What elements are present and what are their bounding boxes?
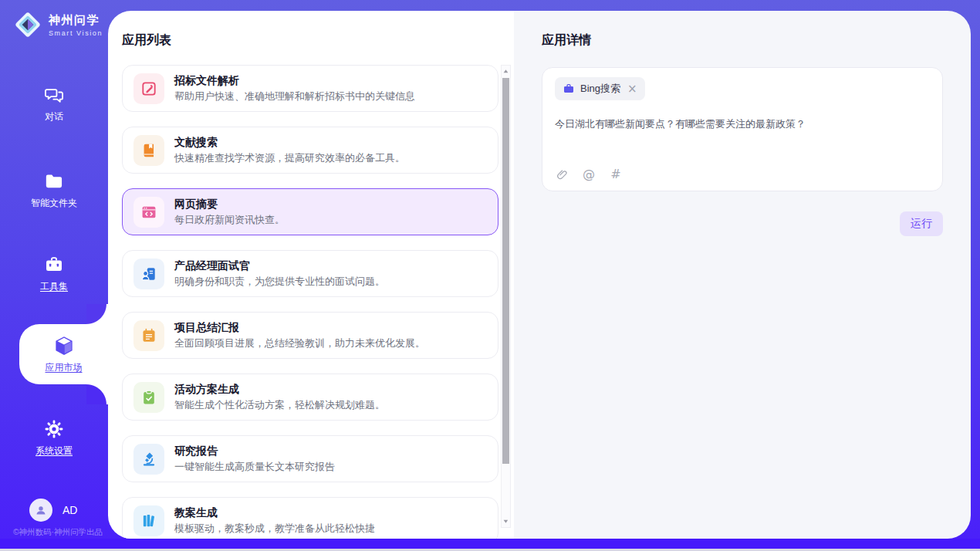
app-card-description: 快速精准查找学术资源，提高研究效率的必备工具。 — [174, 152, 405, 164]
main-content: 应用列表 招标文件解析 帮助用户快速、准确地理解和解析招标书中的关键信息 — [108, 11, 971, 539]
app-logo: 神州问学 Smart Vision — [12, 9, 103, 40]
prompt-input[interactable]: 今日湖北有哪些新闻要点？有哪些需要关注的最新政策？ — [555, 117, 930, 131]
run-row: 运行 — [542, 211, 943, 236]
research-microscope-icon — [133, 444, 164, 475]
scrollbar-thumb[interactable] — [502, 78, 509, 464]
briefcase-icon — [563, 83, 575, 95]
scroll-down-icon[interactable] — [502, 516, 510, 526]
app-card[interactable]: 项目总结汇报 全面回顾项目进展，总结经验教训，助力未来优化发展。 — [122, 312, 498, 359]
app-list-panel: 应用列表 招标文件解析 帮助用户快速、准确地理解和解析招标书中的关键信息 — [108, 11, 514, 539]
sidebar-item-app-market[interactable]: 应用市场 — [19, 324, 108, 384]
app-card-title: 项目总结汇报 — [174, 322, 425, 333]
interviewer-person-icon — [133, 259, 164, 289]
app-detail-title: 应用详情 — [542, 32, 943, 49]
mention-icon[interactable]: @ — [582, 167, 596, 181]
diamond-logo-icon — [12, 9, 43, 40]
app-card-description: 帮助用户快速、准确地理解和解析招标书中的关键信息 — [174, 90, 415, 102]
app-card-title: 活动方案生成 — [174, 384, 385, 395]
bottom-accent-bar — [0, 539, 980, 549]
sidebar-item-label: 工具集 — [40, 280, 68, 293]
sidebar-item-label: 对话 — [45, 110, 63, 123]
tool-tag-bing-search[interactable]: Bing搜索 × — [555, 77, 645, 100]
brand-name: 神州问学 — [49, 13, 103, 28]
app-card-description: 全面回顾项目进展，总结经验教训，助力未来优化发展。 — [174, 337, 425, 349]
run-button[interactable]: 运行 — [900, 211, 943, 236]
attachment-icon[interactable] — [555, 167, 569, 181]
sidebar-item-label: 智能文件夹 — [31, 197, 77, 210]
scroll-up-icon[interactable] — [502, 66, 510, 76]
user-avatar-icon — [29, 499, 52, 522]
chat-icon — [44, 85, 64, 105]
user-name: AD — [63, 504, 77, 516]
sidebar-item-label: 系统设置 — [35, 445, 73, 458]
app-detail-panel: 应用详情 Bing搜索 × 今日湖北有哪些新闻要点？有哪些需要关注的最新政策？ … — [514, 11, 971, 539]
copyright-text: ©神州数码·神州问学出品 — [0, 527, 116, 538]
sidebar-item-toolset[interactable]: 工具集 — [0, 255, 108, 293]
close-icon[interactable]: × — [627, 83, 637, 95]
app-card-description: 明确身份和职责，为您提供专业性的面试问题。 — [174, 276, 385, 287]
gear-icon — [44, 419, 64, 439]
sidebar-item-settings[interactable]: 系统设置 — [0, 419, 108, 458]
webpage-summary-icon — [133, 197, 164, 228]
tool-tag-label: Bing搜索 — [580, 82, 620, 96]
tender-doc-edit-icon — [133, 73, 164, 104]
sidebar-item-label: 应用市场 — [46, 361, 83, 374]
tab-curve-bottom — [86, 384, 108, 404]
user-account[interactable]: AD — [29, 499, 77, 522]
app-list-scrollbar[interactable] — [501, 65, 511, 528]
app-card[interactable]: 教案生成 模板驱动，教案秒成，教学准备从此轻松快捷 — [122, 497, 498, 539]
app-list: 招标文件解析 帮助用户快速、准确地理解和解析招标书中的关键信息 文献搜索 快速精… — [122, 65, 498, 539]
app-card[interactable]: 研究报告 一键智能生成高质量长文本研究报告 — [122, 435, 498, 482]
app-card[interactable]: 活动方案生成 智能生成个性化活动方案，轻松解决规划难题。 — [122, 374, 498, 421]
app-window: 神州问学 Smart Vision 对话 智能文件夹 工具集 应用市场 系统设置 — [0, 0, 980, 551]
app-card[interactable]: 网页摘要 每日政府新闻资讯快查。 — [122, 188, 498, 235]
app-card-title: 网页摘要 — [174, 198, 285, 210]
app-card-description: 模板驱动，教案秒成，教学准备从此轻松快捷 — [174, 522, 375, 534]
brand-subtitle: Smart Vision — [49, 29, 103, 37]
app-list-title: 应用列表 — [122, 32, 514, 49]
tab-curve-top — [86, 304, 108, 324]
hash-icon[interactable]: # — [609, 167, 623, 181]
app-card[interactable]: 文献搜索 快速精准查找学术资源，提高研究效率的必备工具。 — [122, 127, 498, 174]
sidebar-item-smart-folder[interactable]: 智能文件夹 — [0, 171, 108, 210]
toolbox-icon — [44, 255, 64, 275]
app-card-title: 招标文件解析 — [174, 75, 415, 86]
folder-icon — [44, 171, 64, 191]
sidebar-item-chat[interactable]: 对话 — [0, 85, 108, 123]
literature-book-icon — [133, 135, 164, 166]
prompt-toolbar: @ # — [555, 167, 623, 181]
app-card-description: 每日政府新闻资讯快查。 — [174, 214, 285, 225]
app-card-title: 产品经理面试官 — [174, 260, 385, 272]
sidebar: 神州问学 Smart Vision 对话 智能文件夹 工具集 应用市场 系统设置 — [0, 0, 108, 551]
app-card-title: 研究报告 — [174, 445, 335, 457]
app-card-description: 智能生成个性化活动方案，轻松解决规划难题。 — [174, 399, 385, 411]
app-card[interactable]: 产品经理面试官 明确身份和职责，为您提供专业性的面试问题。 — [122, 250, 498, 297]
app-card-title: 文献搜索 — [174, 137, 405, 148]
app-card[interactable]: 招标文件解析 帮助用户快速、准确地理解和解析招标书中的关键信息 — [122, 65, 498, 112]
lesson-books-icon — [133, 505, 164, 536]
activity-clipboard-icon — [133, 382, 164, 413]
app-card-title: 教案生成 — [174, 507, 375, 519]
prompt-card: Bing搜索 × 今日湖北有哪些新闻要点？有哪些需要关注的最新政策？ @ # — [542, 67, 943, 191]
project-note-icon — [133, 320, 164, 351]
app-card-description: 一键智能生成高质量长文本研究报告 — [174, 461, 335, 472]
cube-icon — [52, 334, 76, 357]
